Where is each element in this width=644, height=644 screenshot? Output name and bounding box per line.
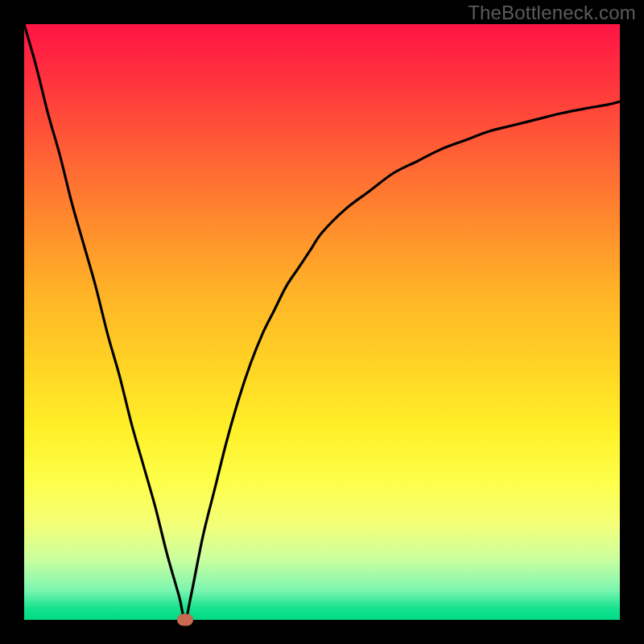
curve-svg [24, 24, 620, 620]
bottleneck-curve [24, 24, 620, 620]
chart-frame: TheBottleneck.com [0, 0, 644, 644]
plot-area [24, 24, 620, 620]
minimum-marker [177, 614, 193, 626]
watermark-text: TheBottleneck.com [468, 2, 636, 24]
